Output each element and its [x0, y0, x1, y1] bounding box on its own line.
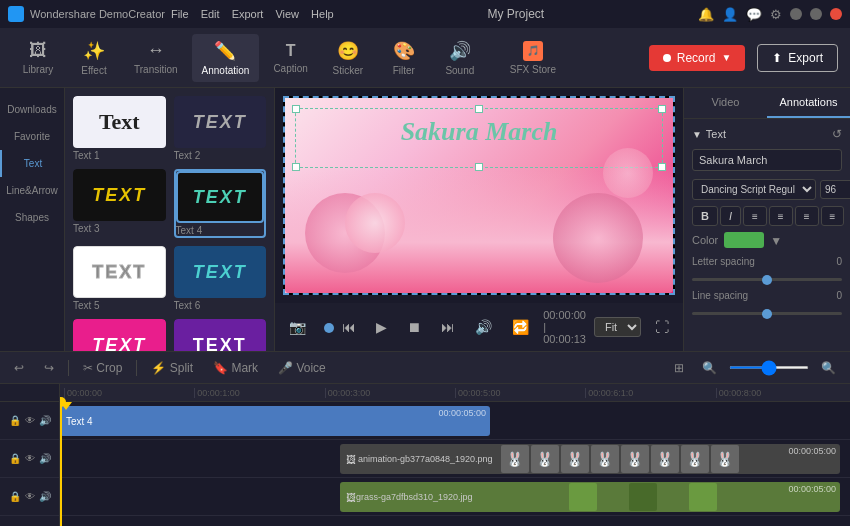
- sidebar-item-line-arrow[interactable]: Line&Arrow: [0, 177, 64, 204]
- text-item-2-label: Text 2: [174, 150, 267, 161]
- transition-label: Transition: [134, 64, 178, 75]
- track-1-lock-icon[interactable]: 🔒: [9, 415, 21, 426]
- handle-tl[interactable]: [292, 105, 300, 113]
- settings-icon[interactable]: ⚙: [770, 7, 782, 22]
- text-item-7[interactable]: TEXT Text 7: [73, 319, 166, 351]
- timeline-layout-button[interactable]: ⊞: [668, 358, 690, 378]
- align-center-button[interactable]: ≡: [769, 206, 793, 226]
- fit-select[interactable]: Fit: [594, 317, 641, 337]
- tool-transition[interactable]: ↔ Transition: [124, 34, 188, 81]
- timeline-clip-animation[interactable]: 🖼 animation-gb377a0848_1920.png 🐰 🐰 🐰 🐰 …: [340, 444, 840, 474]
- bunny-icon-7: 🐰: [681, 445, 709, 473]
- tool-filter[interactable]: 🎨 Filter: [378, 34, 430, 82]
- track-1-volume-icon[interactable]: 🔊: [39, 415, 51, 426]
- text-thumb-3-label: TEXT: [92, 185, 146, 206]
- text-value-input[interactable]: [692, 149, 842, 171]
- toolbar: 🖼 Library ✨ Effect ↔ Transition ✏️ Annot…: [0, 28, 850, 88]
- timeline-clip-grass[interactable]: 🖼 grass-ga7dfbsd310_1920.jpg 00:00:05:00: [340, 482, 840, 512]
- menu-edit[interactable]: Edit: [201, 8, 220, 20]
- annotation-icon: ✏️: [214, 40, 236, 62]
- line-spacing-slider[interactable]: [692, 312, 842, 315]
- menu-view[interactable]: View: [275, 8, 299, 20]
- tool-sticker[interactable]: 😊 Sticker: [322, 34, 374, 82]
- zoom-out-button[interactable]: 🔍: [696, 358, 723, 378]
- toolbar-divider-2: [136, 360, 137, 376]
- minimize-button[interactable]: [790, 8, 802, 20]
- color-swatch[interactable]: [724, 232, 764, 248]
- tool-sound[interactable]: 🔊 Sound: [434, 34, 486, 82]
- crop-button[interactable]: ✂ Crop: [77, 358, 128, 378]
- text-item-5[interactable]: TEXT Text 5: [73, 246, 166, 311]
- sidebar-item-shapes[interactable]: Shapes: [0, 204, 64, 231]
- fast-forward-button[interactable]: ⏭: [435, 317, 461, 337]
- chat-icon[interactable]: 💬: [746, 7, 762, 22]
- play-button[interactable]: ▶: [370, 317, 393, 337]
- user-icon[interactable]: 👤: [722, 7, 738, 22]
- sidebar-item-text[interactable]: Text: [0, 150, 64, 177]
- zoom-in-button[interactable]: 🔍: [815, 358, 842, 378]
- stop-button[interactable]: ⏹: [401, 317, 427, 337]
- text-item-4[interactable]: TEXT Text 4: [174, 169, 267, 238]
- loop-button[interactable]: 🔁: [506, 317, 535, 337]
- reset-icon[interactable]: ↺: [832, 127, 842, 141]
- zoom-slider[interactable]: [729, 366, 809, 369]
- split-button[interactable]: ⚡ Split: [145, 358, 199, 378]
- mark-button[interactable]: 🔖 Mark: [207, 358, 264, 378]
- clip-name-grass: grass-ga7dfbsd310_1920.jpg: [356, 492, 473, 502]
- tab-video[interactable]: Video: [684, 88, 767, 118]
- tool-caption[interactable]: T Caption: [263, 36, 317, 80]
- tool-annotation[interactable]: ✏️ Annotation: [192, 34, 260, 82]
- track-2-lock-icon[interactable]: 🔒: [9, 453, 21, 464]
- align-right-button[interactable]: ≡: [795, 206, 819, 226]
- screenshot-button[interactable]: 📷: [283, 317, 312, 337]
- track-3-eye-icon[interactable]: 👁: [25, 491, 35, 502]
- sidebar: Downloads Favorite Text Line&Arrow Shape…: [0, 88, 65, 351]
- tab-annotations[interactable]: Annotations: [767, 88, 850, 118]
- undo-button[interactable]: ↩: [8, 358, 30, 378]
- text-item-6[interactable]: TEXT Text 6: [174, 246, 267, 311]
- handle-tr[interactable]: [658, 105, 666, 113]
- close-button[interactable]: [830, 8, 842, 20]
- letter-spacing-slider[interactable]: [692, 278, 842, 281]
- color-dropdown-icon[interactable]: ▼: [770, 234, 782, 246]
- caption-label: Caption: [273, 63, 307, 74]
- titlebar-left: Wondershare DemoCreator File Edit Export…: [8, 6, 334, 22]
- menu-help[interactable]: Help: [311, 8, 334, 20]
- track-1-eye-icon[interactable]: 👁: [25, 415, 35, 426]
- bold-button[interactable]: B: [692, 206, 718, 226]
- timeline-clip-text4[interactable]: Text 4 00:00:05:00: [60, 406, 490, 436]
- maximize-button[interactable]: [810, 8, 822, 20]
- bunny-icon-3: 🐰: [561, 445, 589, 473]
- progress-thumb[interactable]: [324, 323, 334, 333]
- menu-file[interactable]: File: [171, 8, 189, 20]
- track-2-volume-icon[interactable]: 🔊: [39, 453, 51, 464]
- align-left-button[interactable]: ≡: [743, 206, 767, 226]
- notification-icon[interactable]: 🔔: [698, 7, 714, 22]
- text-item-3[interactable]: TEXT Text 3: [73, 169, 166, 238]
- volume-button[interactable]: 🔊: [469, 317, 498, 337]
- italic-button[interactable]: I: [720, 206, 741, 226]
- sidebar-item-downloads[interactable]: Downloads: [0, 96, 64, 123]
- font-family-select[interactable]: Dancing Script Regul: [692, 179, 816, 200]
- sidebar-item-favorite[interactable]: Favorite: [0, 123, 64, 150]
- fullscreen-button[interactable]: ⛶: [649, 317, 675, 337]
- text-item-2[interactable]: TEXT Text 2: [174, 96, 267, 161]
- track-2-eye-icon[interactable]: 👁: [25, 453, 35, 464]
- tool-library[interactable]: 🖼 Library: [12, 34, 64, 81]
- font-size-input[interactable]: [820, 180, 850, 199]
- sfx-store[interactable]: 🎵 SFX Store: [502, 35, 564, 81]
- redo-button[interactable]: ↪: [38, 358, 60, 378]
- menu-export[interactable]: Export: [232, 8, 264, 20]
- justify-button[interactable]: ≡: [821, 206, 845, 226]
- track-3-volume-icon[interactable]: 🔊: [39, 491, 51, 502]
- handle-tc[interactable]: [475, 105, 483, 113]
- rewind-button[interactable]: ⏮: [336, 317, 362, 337]
- grass-7: [659, 483, 687, 511]
- record-button[interactable]: Record ▼: [649, 45, 746, 71]
- track-3-lock-icon[interactable]: 🔒: [9, 491, 21, 502]
- tool-effect[interactable]: ✨ Effect: [68, 34, 120, 82]
- text-item-1[interactable]: Text Text 1: [73, 96, 166, 161]
- export-button[interactable]: ⬆ Export: [757, 44, 838, 72]
- voice-button[interactable]: 🎤 Voice: [272, 358, 332, 378]
- text-item-8[interactable]: TEXT Text 8: [174, 319, 267, 351]
